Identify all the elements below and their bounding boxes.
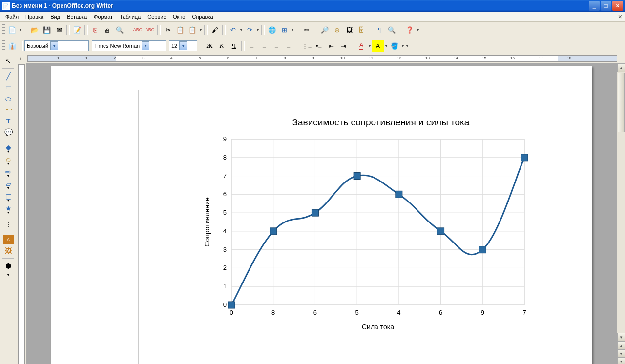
svg-text:9: 9: [480, 309, 484, 316]
vscroll-thumb[interactable]: [618, 73, 625, 132]
vertical-ruler[interactable]: [18, 64, 25, 364]
horizontal-ruler[interactable]: 1123456789101112131415161718: [27, 55, 617, 62]
fontwork-tool[interactable]: A: [3, 235, 14, 244]
svg-rect-44: [395, 191, 402, 198]
maximize-button[interactable]: □: [601, 1, 611, 11]
paste-dropdown[interactable]: ▼: [199, 28, 203, 32]
help-button[interactable]: ❓: [404, 24, 416, 36]
nonprinting-button[interactable]: ¶: [374, 24, 385, 36]
redo-button[interactable]: ↷: [244, 24, 255, 36]
svg-rect-40: [228, 302, 235, 308]
ellipse-tool[interactable]: ⬭: [3, 94, 14, 103]
datasources-button[interactable]: 🗄: [355, 24, 367, 36]
paste-button[interactable]: 📋: [187, 24, 198, 36]
hyperlink-button[interactable]: 🌐: [266, 24, 278, 36]
table-dropdown[interactable]: ▼: [291, 28, 294, 32]
scroll-up-button[interactable]: ▲: [617, 63, 625, 72]
spellcheck-button[interactable]: ABC: [132, 24, 144, 36]
numbered-list-button[interactable]: ⋮≡: [301, 40, 312, 52]
svg-text:0: 0: [223, 301, 226, 308]
toolbar-grip[interactable]: [2, 24, 5, 35]
find-button[interactable]: 🔎: [319, 24, 331, 36]
page: Зависимость сопротивления и силы тока012…: [51, 66, 592, 364]
prev-page-button[interactable]: ▴: [617, 342, 625, 349]
align-left-button[interactable]: ≡: [246, 40, 258, 52]
font-name-combo[interactable]: Times New Roman▼: [92, 40, 166, 51]
nav-button[interactable]: ●: [617, 349, 625, 357]
menu-file[interactable]: Файл: [2, 13, 22, 20]
select-tool[interactable]: ↖: [3, 56, 14, 66]
svg-text:4: 4: [397, 309, 400, 316]
autospell-button[interactable]: ABC: [144, 24, 156, 36]
text-tool[interactable]: T: [3, 116, 14, 126]
open-button[interactable]: 📂: [29, 24, 41, 36]
close-document-button[interactable]: ×: [618, 13, 622, 20]
svg-rect-1: [231, 139, 524, 305]
menu-table[interactable]: Таблица: [116, 13, 144, 20]
rectangle-tool[interactable]: ▭: [3, 82, 14, 92]
paragraph-style-combo[interactable]: Базовый▼: [24, 40, 89, 51]
italic-button[interactable]: К: [216, 40, 228, 52]
toolbar-grip[interactable]: [2, 40, 5, 51]
show-draw-button[interactable]: ✏: [301, 24, 312, 36]
menu-insert[interactable]: Вставка: [63, 13, 90, 20]
svg-text:3: 3: [223, 246, 226, 253]
copy-button[interactable]: 📋: [174, 24, 186, 36]
export-pdf-button[interactable]: ⎘: [89, 24, 101, 36]
menu-edit[interactable]: Правка: [22, 13, 47, 20]
zoom-button[interactable]: 🔍: [386, 24, 397, 36]
undo-dropdown[interactable]: ▼: [239, 28, 243, 32]
table-button[interactable]: ⊞: [278, 24, 290, 36]
bullet-list-button[interactable]: •≡: [313, 40, 325, 52]
vertical-scrollbar[interactable]: ▲ ▼ ▴ ● ▾: [617, 63, 625, 364]
menu-help[interactable]: Справка: [188, 13, 216, 20]
menu-format[interactable]: Формат: [90, 13, 116, 20]
font-color-dropdown[interactable]: ▼: [368, 44, 372, 48]
menu-view[interactable]: Вид: [47, 13, 63, 20]
redo-dropdown[interactable]: ▼: [256, 28, 260, 32]
document-canvas[interactable]: Зависимость сопротивления и силы тока012…: [26, 63, 617, 364]
menu-service[interactable]: Сервис: [144, 13, 169, 20]
highlight-dropdown[interactable]: ▼: [384, 44, 388, 48]
edit-file-button[interactable]: 📝: [71, 24, 83, 36]
next-page-button[interactable]: ▾: [617, 357, 625, 364]
align-center-button[interactable]: ≡: [258, 40, 270, 52]
increase-indent-button[interactable]: ⇥: [337, 40, 349, 52]
font-color-button[interactable]: A: [355, 40, 367, 52]
navigator-button[interactable]: ⊕: [331, 24, 343, 36]
horizontal-ruler-row: ∟ 1123456789101112131415161718: [17, 54, 625, 63]
from-file-tool[interactable]: 🖼: [3, 246, 14, 256]
cut-button[interactable]: ✂: [162, 24, 174, 36]
new-button[interactable]: 📄: [6, 24, 18, 36]
callout-tool[interactable]: 💬: [3, 127, 14, 137]
align-right-button[interactable]: ≡: [271, 40, 282, 52]
new-dropdown[interactable]: ▼: [19, 28, 22, 32]
background-color-dropdown[interactable]: ▼: [401, 44, 405, 48]
undo-button[interactable]: ↶: [227, 24, 239, 36]
save-button[interactable]: 💾: [41, 24, 53, 36]
styles-button[interactable]: 👔: [6, 40, 18, 52]
format-paintbrush-button[interactable]: 🖌: [209, 24, 221, 36]
email-button[interactable]: ✉: [53, 24, 65, 36]
scroll-down-button[interactable]: ▼: [617, 333, 625, 342]
align-justify-button[interactable]: ≡: [283, 40, 294, 52]
gallery-button[interactable]: 🖼: [343, 24, 355, 36]
background-color-button[interactable]: 🪣: [389, 40, 400, 52]
menu-window[interactable]: Окно: [169, 13, 189, 20]
close-button[interactable]: ×: [612, 1, 623, 11]
underline-button[interactable]: Ч: [228, 40, 240, 52]
print-button[interactable]: 🖨: [102, 24, 113, 36]
minimize-button[interactable]: _: [589, 1, 600, 11]
chart-object[interactable]: Зависимость сопротивления и силы тока012…: [138, 90, 545, 364]
bold-button[interactable]: Ж: [204, 40, 215, 52]
print-preview-button[interactable]: 🔍: [114, 24, 125, 36]
extrusion-tool[interactable]: ⬢: [3, 261, 14, 271]
line-tool[interactable]: ╱: [3, 71, 14, 81]
decrease-indent-button[interactable]: ⇤: [325, 40, 337, 52]
toolbar-overflow[interactable]: ▼: [416, 28, 420, 32]
toolbar-overflow[interactable]: ▼: [405, 44, 409, 48]
points-tool[interactable]: ⋮: [3, 220, 14, 229]
highlight-button[interactable]: A: [372, 40, 384, 52]
freeform-tool[interactable]: 〰: [3, 105, 14, 115]
font-size-combo[interactable]: 12▼: [169, 40, 197, 51]
